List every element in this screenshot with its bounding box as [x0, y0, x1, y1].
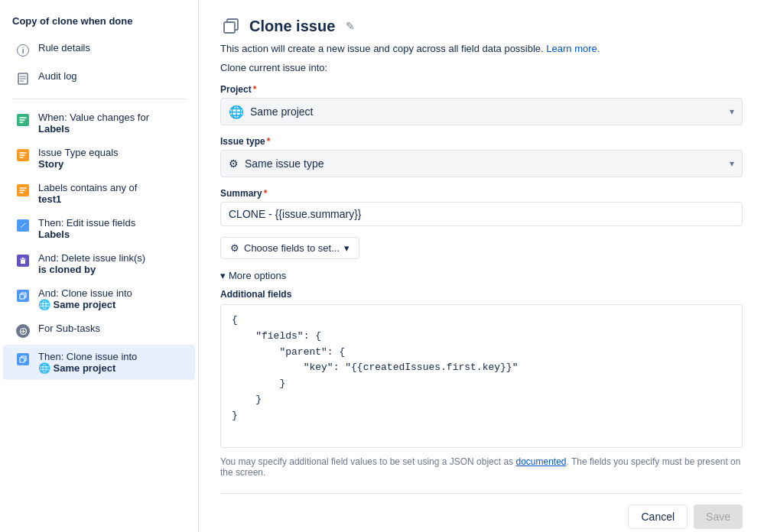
- page-title: Clone issue: [249, 18, 335, 35]
- subtask-icon: [15, 323, 31, 339]
- cancel-button[interactable]: Cancel: [628, 504, 688, 529]
- summary-input[interactable]: [220, 202, 743, 226]
- when-sublabel: Labels: [38, 123, 183, 135]
- main-description: This action will create a new issue and …: [220, 43, 743, 54]
- issue-type-field-group: Issue type* ⚙ Same issue type ▾: [220, 136, 743, 177]
- action4-sublabel: 🌐 Same project: [38, 362, 183, 374]
- clone-icon-3: [15, 288, 31, 303]
- condition2-sublabel: test1: [38, 193, 183, 205]
- additional-note: You may specify additional field values …: [220, 456, 743, 478]
- delete-icon: [15, 253, 31, 268]
- condition1-label: Issue Type equals: [38, 147, 183, 158]
- svg-rect-15: [224, 22, 235, 33]
- clone-intro: Clone current issue into:: [220, 62, 743, 73]
- action3-sublabel: 🌐 Same project: [38, 299, 183, 310]
- action1-sublabel: Labels: [38, 229, 183, 240]
- issue-type-value: Same issue type: [245, 157, 324, 170]
- learn-more-link[interactable]: Learn more.: [546, 43, 600, 54]
- sidebar-item-condition1[interactable]: Issue Type equals Story: [3, 141, 195, 176]
- condition1-sublabel: Story: [38, 158, 183, 170]
- choose-fields-label: Choose fields to set...: [244, 242, 340, 254]
- subtask-label: For Sub-tasks: [38, 323, 183, 334]
- clone-icon-4: [15, 352, 31, 367]
- sidebar-item-audit-log[interactable]: Audit log: [3, 64, 195, 92]
- svg-rect-5: [20, 259, 26, 260]
- choose-fields-button[interactable]: ⚙ Choose fields to set... ▾: [220, 237, 359, 259]
- issue-type-chevron-icon: ▾: [730, 158, 734, 169]
- sidebar-item-action1[interactable]: Then: Edit issue fields Labels: [3, 211, 195, 246]
- more-options-toggle[interactable]: ▾ More options: [220, 270, 743, 281]
- project-value: Same project: [250, 105, 313, 118]
- when-label: When: Value changes for: [38, 112, 183, 123]
- additional-fields-label: Additional fields: [220, 289, 743, 300]
- main-panel: Clone issue ✎ This action will create a …: [199, 0, 764, 532]
- issue-type-select[interactable]: ⚙ Same issue type ▾: [220, 150, 743, 177]
- sidebar-item-action2[interactable]: And: Delete issue link(s) is cloned by: [3, 246, 195, 281]
- footer-actions: Cancel Save: [220, 493, 743, 529]
- choose-fields-section: ⚙ Choose fields to set... ▾: [220, 237, 743, 259]
- sidebar-item-rule-details[interactable]: i Rule details: [3, 36, 195, 64]
- edit-icon: [15, 218, 31, 233]
- action2-label: And: Delete issue link(s): [38, 252, 183, 264]
- gear-icon: ⚙: [230, 242, 239, 254]
- issue-type-label: Issue type*: [220, 136, 743, 147]
- project-select[interactable]: 🌐 Same project ▾: [220, 98, 743, 125]
- action2-sublabel: is cloned by: [38, 264, 183, 275]
- sidebar-divider-1: [12, 99, 186, 99]
- main-header: Clone issue ✎: [220, 15, 743, 37]
- project-field-group: Project* 🌐 Same project ▾: [220, 84, 743, 125]
- svg-rect-4: [21, 260, 25, 264]
- choose-fields-chevron: ▾: [344, 242, 349, 254]
- sidebar-title: Copy of clone when done: [0, 9, 198, 36]
- info-icon: i: [15, 43, 31, 58]
- documented-link[interactable]: documented: [515, 456, 566, 467]
- globe-icon-project: 🌐: [229, 105, 244, 119]
- issue-type-icon: ⚙: [229, 157, 239, 170]
- audit-log-label: Audit log: [38, 70, 183, 82]
- condition1-icon: [15, 148, 31, 163]
- clone-icon-main: [220, 15, 242, 37]
- sidebar-item-condition2[interactable]: Labels contains any of test1: [3, 176, 195, 211]
- sidebar-item-when[interactable]: When: Value changes for Labels: [3, 105, 195, 141]
- project-chevron-icon: ▾: [730, 106, 734, 117]
- json-editor[interactable]: { "fields": { "parent": { "key": "{{crea…: [220, 304, 743, 448]
- more-options-section: ▾ More options Additional fields { "fiel…: [220, 270, 743, 478]
- draft-icon: ✎: [346, 20, 355, 32]
- sidebar-item-subtask[interactable]: For Sub-tasks: [3, 316, 195, 345]
- project-label: Project*: [220, 84, 743, 95]
- action1-label: Then: Edit issue fields: [38, 217, 183, 229]
- when-icon: [15, 112, 31, 128]
- action3-label: And: Clone issue into: [38, 287, 183, 299]
- svg-rect-6: [22, 258, 24, 259]
- condition2-label: Labels contains any of: [38, 182, 183, 193]
- save-button[interactable]: Save: [694, 504, 743, 529]
- sidebar-item-action3[interactable]: And: Clone issue into 🌐 Same project: [3, 281, 195, 316]
- svg-rect-8: [20, 294, 24, 299]
- rule-details-label: Rule details: [38, 42, 183, 54]
- summary-field-group: Summary*: [220, 188, 743, 226]
- chevron-down-icon: ▾: [220, 270, 226, 281]
- sidebar-item-action4[interactable]: Then: Clone issue into 🌐 Same project: [3, 345, 195, 380]
- svg-rect-13: [20, 358, 24, 362]
- condition2-icon: [15, 183, 31, 198]
- doc-icon: [15, 71, 31, 86]
- action4-label: Then: Clone issue into: [38, 351, 183, 362]
- summary-label: Summary*: [220, 188, 743, 199]
- sidebar: Copy of clone when done i Rule details A…: [0, 0, 199, 532]
